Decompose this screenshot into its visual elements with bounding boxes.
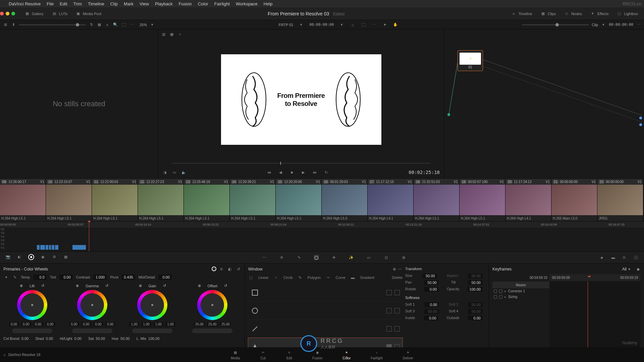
invert-toggle[interactable]: [394, 290, 400, 295]
wheel-values[interactable]: 0.000.000.000.00: [9, 322, 55, 326]
first-frame-button[interactable]: ⏮: [266, 170, 272, 175]
fullscreen-icon[interactable]: ⛶: [121, 22, 126, 27]
options-icon[interactable]: ⋯: [129, 22, 134, 27]
node-mode-dropdown-icon[interactable]: ▾: [601, 22, 606, 27]
kf-marker-icon[interactable]: ◆: [635, 266, 641, 272]
wheel-values[interactable]: 1.001.001.001.00: [129, 322, 175, 326]
wheel-pick-icon[interactable]: ⊕: [20, 284, 23, 288]
menu-mark[interactable]: Mark: [124, 1, 133, 6]
window-icon[interactable]: ◯: [314, 255, 319, 260]
clip-thumbnail[interactable]: 1821:32:51:03V1H.264 High L5.1: [414, 179, 460, 221]
kf-filter-dropdown-icon[interactable]: ▾: [627, 266, 632, 272]
track-label[interactable]: V2: [1, 242, 4, 246]
clips-toggle[interactable]: ▦Clips: [537, 10, 559, 18]
qualifier-icon[interactable]: ✎: [296, 255, 302, 260]
wheel-reset-icon[interactable]: ↺: [224, 284, 227, 288]
pan-value[interactable]: 50.00: [424, 280, 439, 285]
kf-playhead-icon[interactable]: [588, 276, 591, 279]
hilight-value[interactable]: 0.00: [74, 337, 82, 341]
wheel-values[interactable]: 25.0025.0025.00: [194, 322, 231, 326]
polygon-tab[interactable]: Polygon: [308, 276, 321, 280]
fusion-page-tab[interactable]: ◉Fusion: [312, 350, 322, 360]
clip-thumbnail[interactable]: 2100:00:00:00V1H.265 Main L5.0: [551, 179, 597, 221]
opacity-value[interactable]: 100.00: [467, 287, 483, 292]
clip-thumbnail[interactable]: 1112:22:00:03V1H.264 High L5.1: [92, 179, 138, 221]
middetail-value[interactable]: 0.00: [158, 275, 172, 280]
colboost-value[interactable]: 0.00: [21, 337, 29, 341]
clip-name[interactable]: FRTP 01: [279, 23, 293, 27]
keyframes-filter[interactable]: All: [622, 267, 627, 272]
zoom-value[interactable]: 25%: [140, 23, 147, 27]
curve-tab[interactable]: Curve: [335, 276, 345, 280]
mute-icon[interactable]: 🔈: [181, 170, 186, 175]
auto-balance-icon[interactable]: ✦: [3, 275, 9, 280]
master-wheel[interactable]: [12, 328, 52, 333]
clip-thumbnail[interactable]: 1212:22:27:23V1H.264 High L5.1: [138, 179, 184, 221]
viewer-timecode[interactable]: 00:00:00:00: [309, 22, 334, 27]
gallery-slider[interactable]: [19, 24, 86, 25]
menu-help[interactable]: Help: [264, 1, 273, 6]
hdr-icon[interactable]: ◉: [40, 254, 46, 259]
color-wheel[interactable]: [77, 290, 107, 320]
clip-thumbnail[interactable]: 2200:00:00:00V1JPEG: [597, 179, 643, 221]
color-page-tab[interactable]: ✶Color: [342, 350, 351, 360]
wheel-values[interactable]: 0.000.000.000.00: [69, 322, 115, 326]
lmix-value[interactable]: 100.00: [148, 337, 160, 341]
more-icon[interactable]: ⋯: [371, 22, 377, 27]
node-output-icon[interactable]: [639, 117, 642, 119]
bars-mode-icon[interactable]: ⊪: [219, 266, 224, 272]
kf-sizing-row[interactable]: ▸Sizing: [492, 294, 549, 300]
edit-page-tab[interactable]: ≡Edit: [286, 350, 292, 360]
master-wheel[interactable]: [72, 328, 112, 333]
playhead[interactable]: [89, 222, 89, 251]
dolby-icon[interactable]: ▬: [610, 255, 616, 260]
nodes-toggle[interactable]: ◇Nodes: [560, 10, 585, 18]
zoom-button[interactable]: [11, 12, 15, 15]
menu-playback[interactable]: Playback: [155, 1, 173, 6]
size-value[interactable]: 50.00: [422, 274, 437, 278]
shape-linear-row[interactable]: [248, 284, 402, 302]
mask-toggle[interactable]: [386, 326, 392, 331]
mini-timeline[interactable]: 00:00:00:0000:02:05:0700:04:10:1400:06:1…: [0, 221, 644, 251]
shad-value[interactable]: 0.00: [46, 337, 53, 341]
track-label[interactable]: V5: [1, 231, 4, 235]
export-icon[interactable]: ⬇: [11, 22, 16, 27]
menu-view[interactable]: View: [140, 1, 149, 6]
wheel-reset-icon[interactable]: ↺: [105, 284, 108, 288]
node-slider[interactable]: [522, 24, 589, 25]
viewer-canvas[interactable]: From Prermiere to Resolve: [158, 39, 444, 160]
color-match-icon[interactable]: ◐: [17, 254, 22, 259]
rgb-mixer-icon[interactable]: ⚙: [52, 254, 57, 259]
timeline-view-icon[interactable]: ⊞: [3, 22, 8, 27]
hue-value[interactable]: 50.00: [120, 337, 130, 341]
circle-tab[interactable]: Circle: [283, 276, 293, 280]
list-view-icon[interactable]: ≡: [105, 22, 110, 27]
log-mode-icon[interactable]: ◐: [227, 266, 232, 272]
key-icon[interactable]: ⊡: [383, 255, 389, 260]
clip-thumbnail[interactable]: 1900:02:07:100V1H.264 High L5.1: [460, 179, 505, 221]
menu-timeline[interactable]: Timeline: [88, 1, 104, 6]
clip-thumbnail[interactable]: 0912:26:00:17V1H.264 High L5.1: [0, 179, 46, 221]
highlight-mode-icon[interactable]: ✧: [177, 32, 182, 37]
node-graph[interactable]: ⚡ 01: [444, 29, 644, 178]
node-source-icon[interactable]: [447, 113, 450, 116]
pointer-tool-icon[interactable]: ➤: [382, 22, 387, 27]
track-label[interactable]: V6: [1, 228, 4, 231]
mask-toggle[interactable]: [386, 290, 392, 295]
fairlight-page-tab[interactable]: ♪Fairlight: [371, 350, 383, 360]
timeline-toggle[interactable]: ≡Timeline: [508, 10, 536, 18]
track-label[interactable]: V1: [1, 246, 4, 249]
color-wheel[interactable]: [137, 290, 167, 320]
clip-dropdown-icon[interactable]: ▾: [299, 22, 304, 27]
rotate-value[interactable]: 0.00: [424, 287, 439, 292]
contrast-value[interactable]: 1.000: [93, 275, 107, 280]
loop-button[interactable]: ↻: [323, 170, 329, 175]
render-cache-icon[interactable]: ▭: [172, 170, 177, 175]
clip-thumbnail[interactable]: 1312:25:46:18V1H.264 High L5.1: [184, 179, 230, 221]
invert-toggle[interactable]: [394, 308, 400, 313]
cut-page-tab[interactable]: ✂Cut: [260, 350, 266, 360]
master-wheel[interactable]: [132, 328, 172, 333]
luts-toggle[interactable]: ▤LUTs: [48, 10, 71, 18]
menu-clip[interactable]: Clip: [110, 1, 118, 6]
gallery-toggle[interactable]: ▦Gallery: [21, 10, 47, 18]
